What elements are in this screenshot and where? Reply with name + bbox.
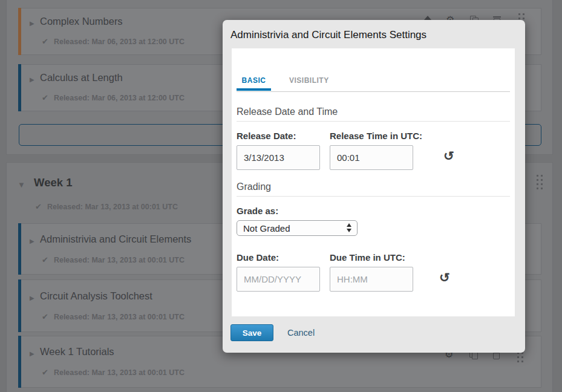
- release-date-label: Release Date:: [237, 131, 296, 141]
- status-accent-bar: [18, 64, 21, 111]
- expand-toggle-icon[interactable]: ▶: [30, 238, 34, 244]
- expand-toggle-icon[interactable]: ▶: [30, 295, 34, 301]
- grade-as-select[interactable]: Not Graded: [237, 220, 358, 236]
- subsection-title: Administrivia and Circuit Elements: [40, 234, 191, 245]
- week1-title: Week 1: [34, 176, 72, 189]
- save-button[interactable]: Save: [230, 324, 273, 341]
- status-accent-bar: [18, 279, 21, 332]
- cancel-link[interactable]: Cancel: [287, 328, 315, 338]
- due-date-input[interactable]: [237, 267, 320, 292]
- check-icon: ✔: [35, 202, 42, 211]
- collapse-toggle-icon[interactable]: ▼: [18, 180, 25, 189]
- released-status: ✔Released: Mar 06, 2013 at 12:00 UTC: [42, 36, 185, 47]
- subsection-title: Circuit Analysis Toolchest: [40, 290, 152, 302]
- released-status: ✔Released: Mar 13, 2013 at 00:01 UTC: [35, 201, 178, 212]
- reset-release-icon[interactable]: ↺: [443, 150, 454, 162]
- drag-handle-icon[interactable]: [517, 352, 523, 362]
- released-status: ✔Released: Mar 13, 2013 at 00:01 UTC: [42, 254, 185, 265]
- tab-visibility[interactable]: VISIBILITY: [289, 76, 329, 85]
- section-divider: [237, 121, 510, 122]
- tabs-divider: [237, 91, 510, 92]
- due-time-input[interactable]: [330, 267, 413, 292]
- release-section-heading: Release Date and Time: [237, 106, 338, 117]
- release-time-input[interactable]: [330, 145, 413, 170]
- released-status: ✔Released: Mar 13, 2013 at 00:01 UTC: [42, 311, 185, 322]
- select-spinner-icon: [347, 223, 351, 232]
- released-status: ✔Released: Mar 13, 2013 at 00:01 UTC: [42, 367, 185, 377]
- check-icon: ✔: [42, 93, 48, 102]
- check-icon: ✔: [42, 368, 48, 377]
- check-icon: ✔: [42, 312, 48, 321]
- active-tab-underline: [237, 88, 271, 91]
- grade-as-label: Grade as:: [237, 206, 278, 216]
- status-accent-bar: [18, 336, 21, 388]
- check-icon: ✔: [42, 255, 48, 264]
- grading-section-heading: Grading: [237, 181, 271, 192]
- modal-body-panel: BASIC VISIBILITY Release Date and Time R…: [232, 48, 515, 316]
- release-time-label: Release Time in UTC:: [330, 131, 422, 141]
- section-title: Complex Numbers: [40, 16, 123, 27]
- settings-modal: Administrivia and Circuit Elements Setti…: [223, 20, 525, 353]
- tab-basic[interactable]: BASIC: [237, 76, 271, 85]
- section-title: Calculus at Length: [40, 72, 123, 83]
- subsection-title: Week 1 Tutorials: [40, 346, 114, 358]
- due-date-label: Due Date:: [237, 252, 279, 263]
- check-icon: ✔: [42, 37, 48, 46]
- expand-toggle-icon[interactable]: ▶: [30, 20, 34, 27]
- status-accent-bar: [18, 223, 21, 275]
- section-divider: [237, 196, 510, 197]
- reset-due-icon[interactable]: ↺: [439, 272, 450, 284]
- expand-toggle-icon[interactable]: ▶: [30, 76, 34, 83]
- expand-toggle-icon[interactable]: ▶: [30, 350, 34, 357]
- modal-title: Administrivia and Circuit Elements Setti…: [230, 20, 426, 48]
- released-status: ✔Released: Mar 06, 2013 at 12:00 UTC: [42, 92, 185, 103]
- status-accent-bar: [18, 8, 21, 55]
- due-time-label: Due Time in UTC:: [330, 252, 405, 263]
- section-drag-handle-icon[interactable]: [537, 175, 543, 189]
- release-date-input[interactable]: [237, 145, 320, 170]
